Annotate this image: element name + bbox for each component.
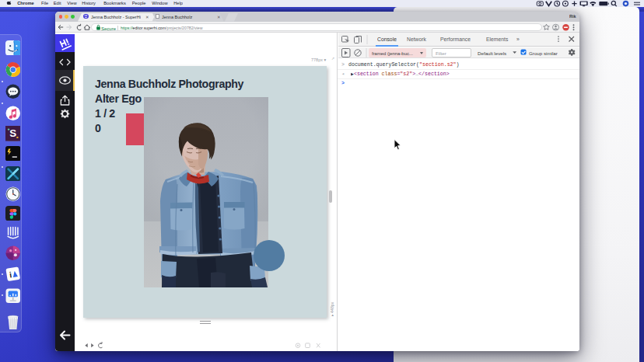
svg-text:S: S xyxy=(9,127,16,139)
